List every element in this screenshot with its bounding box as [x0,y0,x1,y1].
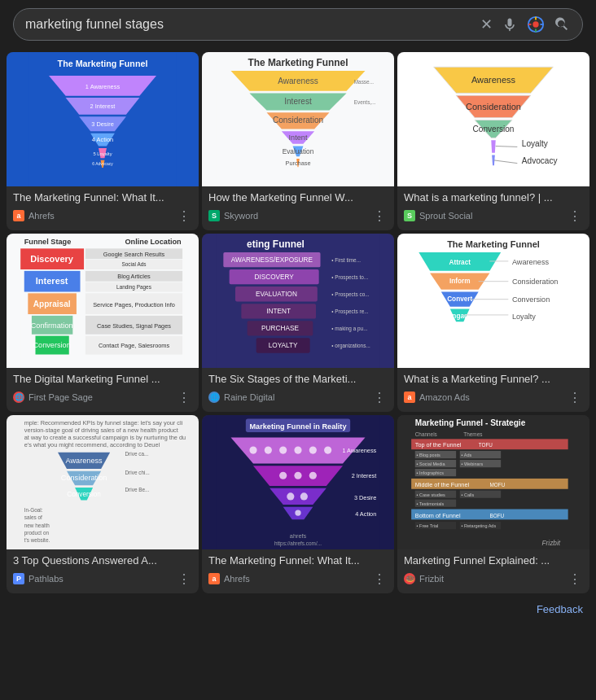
image-title: 3 Top Questions Answered A... [13,554,192,568]
svg-text:Contact Page, Salesrooms: Contact Page, Salesrooms [99,342,170,349]
svg-text:Masse...: Masse... [354,79,374,85]
svg-text:Consideration: Consideration [466,102,521,112]
google-lens-icon[interactable] [527,15,545,33]
thumbnail-5: eting Funnel AWARENESS/EXPOSURE DISCOVER… [202,234,394,368]
mic-icon[interactable] [501,15,519,33]
more-options-icon[interactable]: ⋮ [567,390,583,405]
images-grid: The Marketing Funnel 1 Awareness 2 Inter… [0,49,596,597]
feedback-link[interactable]: Feedback [0,597,596,622]
svg-text:Conversion: Conversion [473,125,515,133]
more-options-icon[interactable]: ⋮ [176,571,192,587]
svg-text:Frizbit: Frizbit [542,540,561,547]
svg-text:t's website.: t's website. [24,537,50,543]
svg-point-150 [287,492,294,500]
image-source: P Pathlabs ⋮ [13,571,192,587]
thumbnail-3: Awareness Consideration Conversion Loyal… [397,52,589,186]
svg-text:The Marketing Funnel: The Marketing Funnel [447,238,540,248]
svg-text:Awareness: Awareness [471,75,516,85]
search-button-icon[interactable] [553,15,571,33]
source-name: Skyword [224,211,258,221]
svg-text:Channels: Channels [415,431,437,436]
svg-text:Top of the Funnel: Top of the Funnel [415,441,462,448]
svg-text:Marketing Funnel in Reality: Marketing Funnel in Reality [249,422,347,430]
clear-search-icon[interactable]: ✕ [480,15,493,33]
svg-text:mple: Recommended KPIs by funn: mple: Recommended KPIs by funnel stage: … [24,419,183,427]
image-info: The Six Stages of the Marketi... 🌐 Raine… [202,368,394,412]
image-source: 🌐 Raine Digital ⋮ [208,390,388,405]
svg-text:Drive chi...: Drive chi... [125,470,150,475]
source-name: First Page Sage [28,392,93,402]
image-info: Marketing Funnel Explained: ... 🍩 Frizbi… [397,549,589,593]
image-title: What is a marketing funnel? | ... [404,191,583,205]
svg-text:• Blog posts: • Blog posts [417,453,440,457]
svg-text:2 Interest: 2 Interest [352,472,377,479]
source-name: Raine Digital [224,392,274,402]
image-source: 🌐 First Page Sage ⋮ [13,390,192,405]
image-source: 🍩 Frizbit ⋮ [404,571,583,587]
image-info: How the Marketing Funnel W... S Skyword … [202,186,394,230]
svg-point-141 [309,446,317,453]
image-source: a Amazon Ads ⋮ [404,390,583,405]
image-card[interactable]: eting Funnel AWARENESS/EXPOSURE DISCOVER… [202,234,394,412]
svg-text:Evaluation: Evaluation [283,148,314,155]
more-options-icon[interactable]: ⋮ [567,208,583,224]
svg-text:EVALUATION: EVALUATION [256,291,297,298]
source-name: Sprout Social [419,211,472,221]
image-info: The Marketing Funnel: What It... a Ahref… [7,186,199,230]
svg-text:Landing Pages: Landing Pages [116,284,151,291]
svg-point-146 [294,471,301,479]
svg-text:ahrefs: ahrefs [290,532,307,540]
svg-text:• organizations...: • organizations... [331,343,370,349]
svg-text:2 Interest: 2 Interest [90,103,116,110]
svg-text:Awareness: Awareness [66,456,103,464]
more-options-icon[interactable]: ⋮ [567,571,583,587]
more-options-icon[interactable]: ⋮ [176,208,192,224]
search-input[interactable] [25,17,472,32]
svg-text:Awareness: Awareness [512,257,550,265]
image-card[interactable]: The Marketing Funnel 1 Awareness 2 Inter… [7,52,199,230]
image-card[interactable]: Marketing Funnel - Strategie Channels Th… [397,415,589,593]
image-card[interactable]: Awareness Consideration Conversion Loyal… [397,52,589,230]
svg-text:The Marketing Funnel: The Marketing Funnel [58,59,148,68]
source-favicon: 🍩 [404,573,415,584]
search-bar-container: ✕ [0,0,596,49]
svg-text:Drive ca...: Drive ca... [125,451,149,457]
svg-text:Advocacy: Advocacy [522,156,559,165]
svg-text:product on: product on [24,529,50,536]
more-options-icon[interactable]: ⋮ [371,208,388,224]
svg-text:Conversion: Conversion [512,295,550,304]
more-options-icon[interactable]: ⋮ [371,390,388,405]
svg-text:Loyalty: Loyalty [512,312,536,320]
image-card[interactable]: Marketing Funnel in Reality 1 Awareness … [202,415,394,593]
thumbnail-7: mple: Recommended KPIs by funnel stage: … [7,415,199,549]
svg-text:• Prospects to...: • Prospects to... [331,274,368,281]
svg-point-140 [294,446,301,453]
svg-text:5 Loyalty: 5 Loyalty [93,151,112,156]
image-card[interactable]: The Marketing Funnel Attract Inform Conv… [397,234,589,412]
svg-text:Funnel Stage: Funnel Stage [24,238,72,246]
image-source: S Skyword ⋮ [208,208,388,224]
svg-text:Convert: Convert [447,295,472,303]
image-card[interactable]: mple: Recommended KPIs by funnel stage: … [7,415,199,593]
svg-text:Discovery: Discovery [30,254,73,264]
svg-text:at way to create a successful : at way to create a successful campaign i… [24,434,186,441]
svg-text:Middle of the Funnel: Middle of the Funnel [415,481,470,488]
thumbnail-9: Marketing Funnel - Strategie Channels Th… [397,415,589,549]
svg-text:e's what you might recommend, : e's what you might recommend, according … [24,441,160,448]
image-info: The Marketing Funnel: What It... a Ahref… [202,549,394,593]
image-title: How the Marketing Funnel W... [208,191,388,205]
svg-text:PURCHASE: PURCHASE [261,325,299,332]
source-favicon: a [208,573,220,584]
svg-text:3 Desire: 3 Desire [354,493,376,501]
more-options-icon[interactable]: ⋮ [176,390,192,405]
svg-text:MOFU: MOFU [489,482,505,488]
more-options-icon[interactable]: ⋮ [371,571,388,587]
svg-text:4 Action: 4 Action [92,136,113,143]
svg-text:• Infographics: • Infographics [417,470,445,475]
svg-text:• Testimonials: • Testimonials [417,501,445,506]
svg-text:Marketing Funnel - Strategie: Marketing Funnel - Strategie [415,418,526,427]
source-favicon: S [404,210,415,221]
image-card[interactable]: Funnel Stage Online Location Discovery G… [7,234,199,412]
image-card[interactable]: The Marketing Funnel Awareness Interest … [202,52,394,230]
svg-text:• Ads: • Ads [462,453,472,457]
